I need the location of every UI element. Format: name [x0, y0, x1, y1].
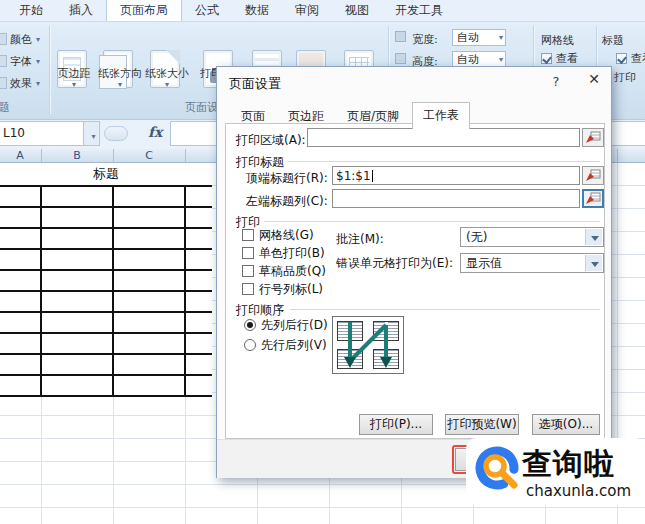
chaxunla-logo-icon [471, 442, 525, 496]
width-value: 自动 [457, 30, 479, 45]
ribbon-tab-3[interactable]: 页面布局 [106, 0, 182, 21]
width-dropdown[interactable]: 自动 [452, 29, 506, 46]
chevron-down-icon [499, 33, 503, 42]
watermark-domain: chaxunla.com [526, 482, 631, 500]
left-cols-range-icon[interactable] [582, 189, 604, 208]
theme-item-icon [0, 77, 7, 89]
options-button[interactable]: 选项(O)... [532, 414, 600, 435]
chevron-down-icon [36, 57, 40, 66]
ribbon-tab-5[interactable]: 数据 [232, 0, 282, 21]
pagesetup-button-label-3[interactable]: 纸张大小 [145, 66, 189, 81]
print-area-range-icon[interactable] [582, 128, 604, 147]
group-separator [49, 26, 50, 114]
top-rows-label: 顶端标题行(R): [246, 170, 328, 187]
table-row[interactable] [0, 376, 212, 397]
chevron-down-icon[interactable] [585, 229, 602, 245]
pagesetup-button-label-1[interactable]: 页边距 [58, 66, 91, 81]
column-header-B[interactable]: B [73, 149, 81, 162]
group-divider [290, 309, 600, 310]
name-box[interactable]: L10 [0, 121, 84, 146]
top-rows-value: $1:$1 [336, 169, 371, 183]
theme-item-2[interactable]: 字体 [0, 52, 40, 70]
table-row[interactable] [0, 229, 212, 250]
bordered-table[interactable] [0, 185, 212, 397]
watermark: 查询啦 chaxunla.com [466, 438, 645, 505]
top-rows-range-icon[interactable] [582, 166, 604, 185]
top-rows-input[interactable]: $1:$1 [332, 166, 580, 185]
chevron-down-icon [499, 55, 503, 64]
radio-icon[interactable] [244, 339, 256, 351]
print-order-preview [332, 316, 404, 374]
print-preview-button[interactable]: 打印预览(W) [445, 414, 519, 435]
chevron-down-icon [36, 35, 40, 44]
order-option-1[interactable]: 先列后行(D) [244, 318, 328, 332]
left-cols-input[interactable] [332, 189, 580, 208]
dialog-tab-3[interactable]: 页眉/页脚 [337, 104, 409, 128]
print-option-4[interactable]: 行号列标(L) [242, 282, 482, 296]
page-setup-dialog: 页面设置 ? ✕ 页面页边距页眉/页脚工作表 打印区域(A): 打印标题 顶端标… [216, 66, 612, 478]
dialog-tab-2[interactable]: 页边距 [278, 104, 334, 128]
chevron-down-icon [118, 80, 122, 89]
merged-title-cell[interactable]: 标题 [0, 163, 212, 185]
comments-dropdown[interactable]: (无) [460, 227, 604, 247]
table-row[interactable] [0, 292, 212, 313]
watermark-brand: 查询啦 [522, 444, 615, 485]
table-row[interactable] [0, 355, 212, 376]
errors-dropdown[interactable]: 显示值 [460, 253, 604, 273]
ribbon-tab-7[interactable]: 视图 [332, 0, 382, 21]
table-row[interactable] [0, 208, 212, 229]
ribbon-tab-4[interactable]: 公式 [182, 0, 232, 21]
scale-height-icon [395, 53, 406, 64]
insert-function-icon[interactable]: fx [148, 124, 162, 140]
table-row[interactable] [0, 187, 212, 208]
ribbon-tab-2[interactable]: 插入 [56, 0, 106, 21]
table-row[interactable] [0, 313, 212, 334]
theme-item-3[interactable]: 效果 [0, 74, 40, 92]
height-value: 自动 [457, 52, 479, 67]
dialog-tab-4[interactable]: 工作表 [412, 102, 470, 129]
column-header-C[interactable]: C [145, 149, 153, 162]
group-divider [288, 161, 600, 162]
errors-value: 显示值 [466, 255, 502, 272]
help-icon[interactable]: ? [547, 74, 565, 89]
gridlines-view-checkbox[interactable] [541, 53, 552, 64]
scale-width-icon [395, 31, 406, 42]
column-separator [617, 149, 618, 162]
column-header-A[interactable]: A [16, 149, 24, 162]
table-border-vertical [40, 187, 42, 397]
excel-window: 开始插入页面布局公式数据审阅视图开发工具 颜色字体效果 主题 页边距纸张方向纸张… [0, 0, 645, 524]
pagesetup-button-label-2[interactable]: 纸张方向 [98, 66, 142, 81]
print-area-input[interactable] [307, 128, 580, 147]
print-area-label: 打印区域(A): [236, 132, 306, 149]
checkbox-icon[interactable] [242, 247, 254, 259]
themes-group-label: 主题 [0, 100, 10, 115]
checkbox-icon[interactable] [242, 229, 254, 241]
chevron-down-icon [91, 132, 95, 141]
table-row[interactable] [0, 250, 212, 271]
comments-value: (无) [466, 229, 487, 246]
ribbon-tab-1[interactable]: 开始 [6, 0, 56, 21]
name-box-dropdown[interactable] [84, 121, 100, 146]
checkbox-icon[interactable] [242, 265, 254, 277]
ribbon-tab-8[interactable]: 开发工具 [382, 0, 456, 21]
titles-view-checkbox[interactable] [616, 53, 627, 64]
radio-icon[interactable] [244, 319, 256, 331]
comments-label: 批注(M): [336, 231, 384, 248]
order-option-2[interactable]: 先行后列(V) [244, 338, 327, 352]
theme-item-icon [0, 55, 7, 67]
theme-item-icon [0, 33, 7, 45]
gridlines-group-label: 网格线 [541, 33, 574, 48]
table-row[interactable] [0, 271, 212, 292]
table-row[interactable] [0, 334, 212, 355]
ribbon-tab-6[interactable]: 审阅 [282, 0, 332, 21]
column-separator [41, 149, 42, 162]
left-cols-label: 左端标题列(C): [246, 193, 328, 210]
checkbox-icon[interactable] [242, 283, 254, 295]
errors-label: 错误单元格打印为(E): [336, 255, 453, 272]
chevron-down-icon[interactable] [585, 255, 602, 271]
theme-item-1[interactable]: 颜色 [0, 30, 40, 48]
close-icon[interactable]: ✕ [581, 71, 607, 91]
print-button[interactable]: 打印(P)... [359, 414, 433, 435]
dialog-tab-1[interactable]: 页面 [231, 104, 275, 128]
gridlines-view-label: 查看 [556, 51, 578, 66]
